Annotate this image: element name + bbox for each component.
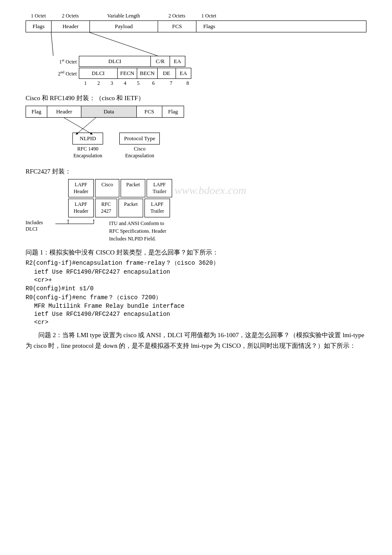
row1-packet: Packet: [121, 179, 145, 197]
q1-line-6: MFR Multilink Frame Relay bundle interfa…: [34, 303, 366, 309]
rfc2427-label: RFC2427 封装：: [26, 168, 366, 176]
svg-marker-9: [93, 220, 95, 220]
protocol-type-desc: CiscoEncapsulation: [119, 146, 160, 159]
dlci-sub-diagram: 1st Octet DLCI C/R EA 2nd Octet DLCI FEC…: [51, 56, 366, 87]
encap-boxes-row: NLPID RFC 1490Encapsulation Protocol Typ…: [26, 133, 366, 159]
cisco-rfc-label: Cisco 和 RFC1490 封装：（cisco 和 IETF）: [26, 94, 366, 102]
rfc2427-section: RFC2427 封装： www.bdoex.com LAPFHeader Cis…: [26, 168, 366, 242]
col-num-4: 4: [118, 80, 132, 87]
protocol-type-item: Protocol Type CiscoEncapsulation: [119, 133, 160, 159]
q1-line-5: R0(config-if)#enc frame？（cisco 7200）: [26, 294, 366, 301]
dlci-cells-1: DLCI C/R EA: [79, 56, 185, 67]
row2-rfc: RFC2427: [95, 199, 117, 217]
q1-line-3: <cr>+: [34, 277, 366, 283]
col-num-8: 8: [180, 80, 195, 87]
label-2octets: 2 Octets: [51, 13, 89, 19]
dlci-2-fecn: FECN: [118, 68, 137, 78]
cisco-connector-svg: [26, 118, 196, 135]
col-num-5: 5: [132, 80, 145, 87]
q1-line-4: R0(config)#int s1/0: [26, 285, 366, 292]
cisco-flag-right: Flag: [162, 106, 184, 117]
top-label-row: 1 Octet 2 Octets Variable Length 2 Octet…: [26, 13, 366, 19]
text-section: 问题 1：模拟实验中没有 CISCO 封装类型，是怎么回事？如下所示： R2(c…: [26, 249, 366, 352]
row2-packet: Packet: [118, 199, 143, 217]
cisco-header: Header: [47, 106, 81, 117]
rfc2427-row-cisco: LAPFHeader Cisco Packet LAPFTrailer: [68, 179, 366, 197]
frame-header: Header: [52, 21, 90, 32]
dlci-row-1: 1st Octet DLCI C/R EA: [51, 56, 366, 67]
connector-lines: [26, 32, 366, 56]
q1-line-8: <cr>: [34, 319, 366, 326]
dlci-1-cr: C/R: [151, 56, 170, 66]
col-numbers: 1 2 3 4 5 6 7 8: [79, 80, 366, 87]
col-num-3: 3: [105, 80, 118, 87]
label-1octet-right: 1 Octet: [196, 13, 222, 19]
dlci-cells-2: DLCI FECN BECN DE EA: [79, 68, 191, 79]
svg-line-3: [77, 118, 96, 134]
dlci-2-de: DE: [158, 68, 176, 78]
includes-svg: [55, 220, 107, 237]
includes-lines-svg-wrap: [55, 220, 107, 237]
svg-marker-6: [67, 220, 69, 220]
dlci-2-ea: EA: [176, 68, 191, 78]
label-2octets-right: 2 Octets: [158, 13, 196, 19]
rfc2427-diagram-wrap: www.bdoex.com LAPFHeader Cisco Packet LA…: [26, 179, 366, 242]
cisco-data: Data: [81, 106, 137, 117]
frame-fcs: FCS: [158, 21, 196, 32]
col-num-2: 2: [92, 80, 105, 87]
dlci-row-2: 2nd Octet DLCI FECN BECN DE EA: [51, 68, 366, 79]
main-frame-row: Flags Header Payload FCS Flags: [26, 20, 366, 32]
dlci-2-becn: BECN: [137, 68, 158, 78]
q1-line-1: R2(config-if)#encapsulation frame-relay？…: [26, 259, 366, 267]
dlci-2-main: DLCI: [79, 68, 118, 78]
row1-lapf-trailer: LAPFTrailer: [147, 179, 172, 197]
row2-lapf-header: LAPFHeader: [68, 199, 94, 217]
frame-flags-right: Flags: [196, 21, 222, 32]
svg-line-0: [51, 32, 53, 56]
col-num-1: 1: [79, 80, 92, 87]
cisco-rfc-diagram: Flag Header Data FCS Flag NLPID RFC 1490…: [26, 106, 366, 159]
q1-line-7: ietf Use RFC1490/RFC2427 encapsulation: [34, 311, 366, 318]
row1-lapf-header: LAPFHeader: [68, 179, 94, 197]
dlci-1-ea: EA: [170, 56, 185, 66]
svg-line-2: [64, 118, 92, 134]
top-frame-diagram: 1 Octet 2 Octets Variable Length 2 Octet…: [26, 13, 366, 87]
q1-line-2: ietf Use RFC1490/RFC2427 encapsulation: [34, 269, 366, 275]
col-num-6: 6: [145, 80, 162, 87]
nlpid-item: NLPID RFC 1490Encapsulation: [72, 133, 103, 159]
dlci-label-2nd: 2nd Octet: [51, 70, 79, 77]
cisco-fcs: FCS: [137, 106, 162, 117]
svg-line-1: [89, 32, 158, 56]
cisco-connectors: [26, 118, 196, 135]
includes-row: IncludesDLCI ITU and ANSI Con: [26, 220, 366, 243]
dlci-label-1st: 1st Octet: [51, 58, 79, 65]
col-num-7: 7: [162, 80, 180, 87]
label-1octet-left: 1 Octet: [26, 13, 51, 19]
cisco-flag-left: Flag: [26, 106, 47, 117]
label-variable: Variable Length: [89, 13, 158, 19]
rfc-note-text: ITU and ANSI Conform toRFC Specification…: [109, 220, 166, 243]
frame-payload: Payload: [90, 21, 158, 32]
cisco-main-frame: Flag Header Data FCS Flag: [26, 106, 184, 118]
nlpid-desc: RFC 1490Encapsulation: [72, 146, 103, 159]
frame-flags-left: Flags: [26, 21, 52, 32]
rfc2427-row-rfc: LAPFHeader RFC2427 Packet LAPFTrailer: [68, 199, 366, 217]
q1-title: 问题 1：模拟实验中没有 CISCO 封装类型，是怎么回事？如下所示：: [26, 249, 366, 257]
q2-paragraph: 问题 2：当将 LMI type 设置为 cisco 或 ANSI，DLCI 可…: [26, 330, 366, 352]
dlci-1-main: DLCI: [79, 56, 151, 66]
row1-cisco: Cisco: [95, 179, 119, 197]
connector-svg: [26, 32, 239, 56]
includes-label: IncludesDLCI: [26, 220, 55, 233]
row2-lapf-trailer: LAPFTrailer: [144, 199, 170, 217]
